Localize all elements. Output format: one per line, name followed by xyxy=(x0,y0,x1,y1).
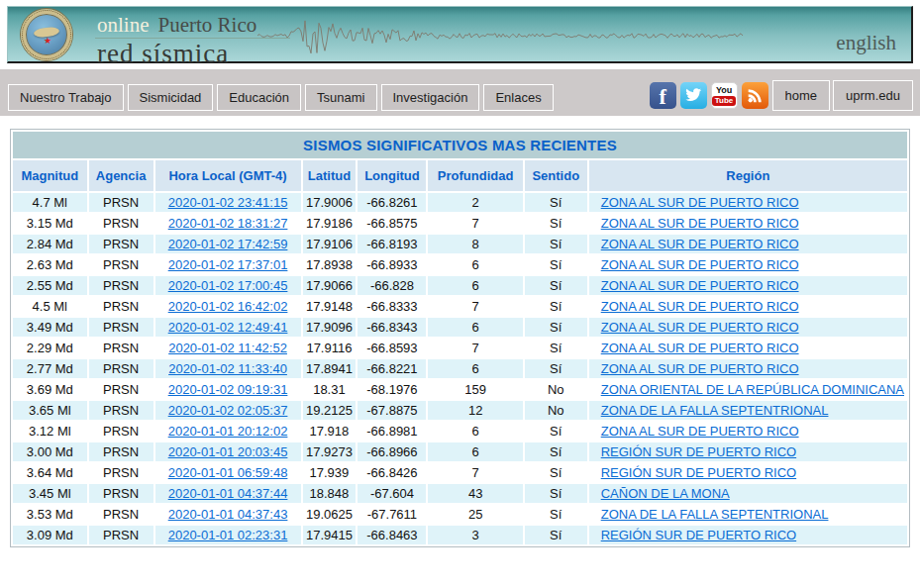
latitude-cell: 17.918 xyxy=(303,422,357,441)
event-detail-link[interactable]: 2020-01-01 04:37:44 xyxy=(168,486,288,501)
longitude-cell: -66.8261 xyxy=(358,193,426,212)
event-time-cell: 2020-01-01 04:37:44 xyxy=(155,484,301,503)
depth-cell: 8 xyxy=(428,235,522,253)
nav-tab-educacion[interactable]: Educación xyxy=(217,84,301,111)
region-cell: ZONA AL SUR DE PUERTO RICO xyxy=(589,422,907,441)
event-time-cell: 2020-01-01 20:03:45 xyxy=(155,442,301,461)
home-link[interactable]: home xyxy=(772,80,831,111)
uprm-edu-link[interactable]: uprm.edu xyxy=(833,80,913,111)
magnitude-cell: 2.84 Md xyxy=(13,235,87,253)
depth-cell: 159 xyxy=(428,380,522,399)
felt-cell: Sí xyxy=(525,526,587,544)
event-detail-link[interactable]: 2020-01-01 04:37:43 xyxy=(168,507,288,522)
longitude-cell: -66.8966 xyxy=(358,442,426,461)
region-link[interactable]: ZONA AL SUR DE PUERTO RICO xyxy=(601,237,799,251)
earthquake-row: 2.84 Md PRSN 2020-01-02 17:42:59 17.9106… xyxy=(13,235,907,253)
event-detail-link[interactable]: 2020-01-02 11:42:52 xyxy=(168,341,287,355)
agency-cell: PRSN xyxy=(89,505,153,524)
english-language-link[interactable]: english xyxy=(836,31,896,55)
nav-tab-tsunami[interactable]: Tsunami xyxy=(305,84,376,111)
event-detail-link[interactable]: 2020-01-01 02:23:31 xyxy=(168,528,288,542)
earthquake-row: 2.77 Md PRSN 2020-01-02 11:33:40 17.8941… xyxy=(13,359,907,378)
region-cell: ZONA AL SUR DE PUERTO RICO xyxy=(589,235,907,253)
region-cell: ZONA DE LA FALLA SEPTENTRIONAL xyxy=(589,401,907,420)
felt-cell: Sí xyxy=(525,339,587,357)
region-link[interactable]: REGIÓN SUR DE PUERTO RICO xyxy=(601,528,796,542)
region-link[interactable]: ZONA AL SUR DE PUERTO RICO xyxy=(601,299,799,314)
earthquake-row: 3.64 Md PRSN 2020-01-01 06:59:48 17.939 … xyxy=(13,463,907,482)
region-link[interactable]: CAÑON DE LA MONA xyxy=(601,486,730,501)
nav-tab-nuestro-trabajo[interactable]: Nuestro Trabajo xyxy=(8,84,124,111)
event-detail-link[interactable]: 2020-01-02 17:00:45 xyxy=(168,278,288,293)
recent-significant-earthquakes-table: SISMOS SIGNIFICATIVOS MAS RECIENTES Magn… xyxy=(10,129,910,547)
site-banner: ★ onlinePuerto Rico red sísmica english xyxy=(7,6,913,63)
felt-cell: Sí xyxy=(525,235,587,253)
region-link[interactable]: ZONA AL SUR DE PUERTO RICO xyxy=(601,341,799,355)
latitude-cell: 17.9106 xyxy=(303,235,357,253)
magnitude-cell: 3.64 Md xyxy=(13,463,87,482)
col-header-region: Región xyxy=(589,160,907,191)
magnitude-cell: 3.65 Ml xyxy=(13,401,87,420)
event-detail-link[interactable]: 2020-01-01 20:12:02 xyxy=(168,424,288,439)
event-detail-link[interactable]: 2020-01-02 17:42:59 xyxy=(168,237,288,251)
depth-cell: 3 xyxy=(428,526,522,544)
event-detail-link[interactable]: 2020-01-01 06:59:48 xyxy=(168,465,288,480)
agency-cell: PRSN xyxy=(89,214,153,233)
nav-tabs: Nuestro Trabajo Sismicidad Educación Tsu… xyxy=(8,84,554,111)
event-time-cell: 2020-01-01 02:23:31 xyxy=(155,526,301,544)
region-cell: REGIÓN SUR DE PUERTO RICO xyxy=(589,526,907,544)
nav-tab-sismicidad[interactable]: Sismicidad xyxy=(128,84,214,111)
region-link[interactable]: ZONA AL SUR DE PUERTO RICO xyxy=(601,361,799,376)
region-link[interactable]: ZONA DE LA FALLA SEPTENTRIONAL xyxy=(601,507,829,522)
facebook-icon[interactable]: f xyxy=(650,82,676,109)
rss-icon[interactable] xyxy=(742,82,768,109)
region-link[interactable]: ZONA AL SUR DE PUERTO RICO xyxy=(601,257,799,272)
agency-cell: PRSN xyxy=(89,359,153,378)
felt-cell: Sí xyxy=(525,255,587,274)
region-cell: ZONA AL SUR DE PUERTO RICO xyxy=(589,318,907,337)
youtube-icon[interactable]: You Tube xyxy=(711,82,738,109)
earthquake-row: 3.45 Ml PRSN 2020-01-01 04:37:44 18.848 … xyxy=(13,484,907,503)
earthquake-row: 3.00 Md PRSN 2020-01-01 20:03:45 17.9273… xyxy=(13,442,907,461)
col-header-magnitud: Magnitud xyxy=(13,160,87,191)
event-detail-link[interactable]: 2020-01-02 23:41:15 xyxy=(168,195,288,210)
felt-cell: Sí xyxy=(525,422,587,441)
region-link[interactable]: ZONA AL SUR DE PUERTO RICO xyxy=(601,424,799,439)
region-link[interactable]: ZONA AL SUR DE PUERTO RICO xyxy=(601,195,799,210)
longitude-cell: -67.8875 xyxy=(358,401,426,420)
main-navigation-bar: Nuestro Trabajo Sismicidad Educación Tsu… xyxy=(0,69,920,116)
depth-cell: 6 xyxy=(428,318,522,337)
region-link[interactable]: REGIÓN SUR DE PUERTO RICO xyxy=(601,465,796,480)
longitude-cell: -67.604 xyxy=(358,484,426,503)
magnitude-cell: 2.63 Md xyxy=(13,255,87,274)
event-detail-link[interactable]: 2020-01-01 20:03:45 xyxy=(168,444,288,459)
nav-tab-investigacion[interactable]: Investigación xyxy=(381,84,480,111)
latitude-cell: 17.9066 xyxy=(303,276,357,295)
event-time-cell: 2020-01-01 04:37:43 xyxy=(155,505,301,524)
event-detail-link[interactable]: 2020-01-02 11:33:40 xyxy=(168,361,287,376)
felt-cell: No xyxy=(525,380,587,399)
twitter-icon[interactable] xyxy=(680,82,707,109)
event-detail-link[interactable]: 2020-01-02 16:42:02 xyxy=(168,299,288,314)
region-link[interactable]: ZONA AL SUR DE PUERTO RICO xyxy=(601,278,799,293)
region-link[interactable]: ZONA DE LA FALLA SEPTENTRIONAL xyxy=(601,403,829,418)
event-detail-link[interactable]: 2020-01-02 12:49:41 xyxy=(168,320,288,335)
event-detail-link[interactable]: 2020-01-02 02:05:37 xyxy=(168,403,288,418)
felt-cell: Sí xyxy=(525,193,587,212)
region-cell: ZONA AL SUR DE PUERTO RICO xyxy=(589,339,907,357)
earthquake-row: 4.5 Ml PRSN 2020-01-02 16:42:02 17.9148 … xyxy=(13,297,907,316)
region-link[interactable]: REGIÓN SUR DE PUERTO RICO xyxy=(601,444,796,459)
region-link[interactable]: ZONA AL SUR DE PUERTO RICO xyxy=(601,216,799,231)
event-detail-link[interactable]: 2020-01-02 17:37:01 xyxy=(168,257,288,272)
region-cell: ZONA AL SUR DE PUERTO RICO xyxy=(589,276,907,295)
magnitude-cell: 2.55 Md xyxy=(13,276,87,295)
nav-tab-enlaces[interactable]: Enlaces xyxy=(483,84,553,111)
event-detail-link[interactable]: 2020-01-02 09:19:31 xyxy=(168,382,288,397)
event-time-cell: 2020-01-02 09:19:31 xyxy=(155,380,301,399)
region-link[interactable]: ZONA AL SUR DE PUERTO RICO xyxy=(601,320,799,335)
event-detail-link[interactable]: 2020-01-02 18:31:27 xyxy=(168,216,288,231)
longitude-cell: -66.8193 xyxy=(358,235,426,253)
agency-cell: PRSN xyxy=(89,339,153,357)
region-link[interactable]: ZONA ORIENTAL DE LA REPÚBLICA DOMINICANA xyxy=(601,382,904,397)
event-time-cell: 2020-01-02 17:37:01 xyxy=(155,255,301,274)
